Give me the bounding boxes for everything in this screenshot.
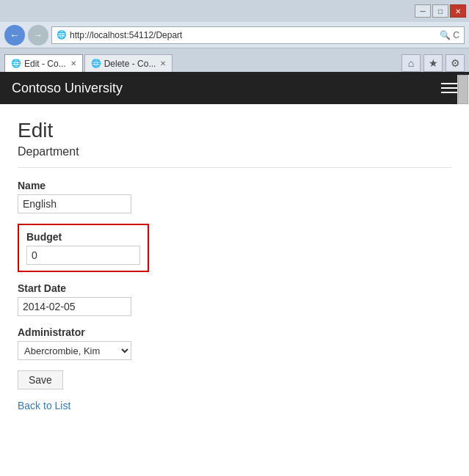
name-field-group: Name (18, 180, 451, 213)
tab-close-delete[interactable]: ✕ (160, 59, 166, 67)
url-bar[interactable]: 🌐 http://localhost:54112/Depart 🔍 C (51, 26, 465, 44)
administrator-field-group: Administrator Abercrombie, Kim (18, 326, 451, 360)
name-input[interactable] (18, 194, 131, 213)
settings-button[interactable]: ⚙ (446, 54, 465, 72)
hamburger-menu[interactable] (441, 83, 457, 93)
tab-close-edit[interactable]: ✕ (70, 59, 76, 67)
scrollbar-thumb[interactable] (458, 75, 468, 104)
close-button[interactable]: ✕ (450, 4, 466, 18)
tab-label-delete: Delete - Co... (104, 59, 156, 69)
tab-icon-delete: 🌐 (91, 59, 101, 68)
forward-nav-button[interactable]: → (28, 25, 48, 45)
tab-edit[interactable]: 🌐 Edit - Co... ✕ (4, 54, 83, 72)
startdate-label: Start Date (18, 282, 451, 294)
tab-delete[interactable]: 🌐 Delete - Co... ✕ (84, 54, 173, 72)
administrator-select[interactable]: Abercrombie, Kim (18, 341, 131, 360)
address-bar: ← → 🌐 http://localhost:54112/Depart 🔍 C (0, 22, 469, 48)
favorites-button[interactable]: ★ (423, 54, 443, 72)
back-nav-button[interactable]: ← (4, 25, 25, 45)
hamburger-line-3 (441, 92, 457, 93)
budget-label: Budget (26, 231, 140, 243)
page-title: Edit (18, 119, 451, 142)
name-label: Name (18, 180, 451, 191)
startdate-input[interactable] (18, 297, 131, 316)
title-bar: ─ □ ✕ (0, 0, 469, 22)
startdate-field-group: Start Date (18, 282, 451, 316)
tab-label-edit: Edit - Co... (24, 59, 66, 69)
window-controls: ─ □ ✕ (415, 4, 466, 18)
maximize-button[interactable]: □ (432, 4, 448, 18)
tabs-bar: 🌐 Edit - Co... ✕ 🌐 Delete - Co... ✕ ⌂ ★ … (0, 48, 469, 72)
save-button[interactable]: Save (18, 370, 63, 389)
back-to-list-link[interactable]: Back to List (18, 400, 451, 411)
url-search-icon: 🔍 C (440, 30, 459, 40)
budget-input[interactable] (26, 246, 140, 265)
budget-field-group: Budget (18, 224, 149, 272)
app-navbar: Contoso University (0, 72, 469, 104)
home-button[interactable]: ⌂ (401, 54, 421, 72)
page-icon: 🌐 (57, 30, 67, 40)
page-subtitle: Department (18, 145, 451, 168)
browser-action-buttons: ⌂ ★ ⚙ (401, 54, 465, 72)
page-content: Edit Department Name Budget Start Date A… (0, 104, 469, 476)
url-text: http://localhost:54112/Depart (70, 30, 437, 40)
app-title: Contoso University (12, 81, 441, 96)
administrator-label: Administrator (18, 326, 451, 338)
hamburger-line-2 (441, 87, 457, 89)
tab-icon-edit: 🌐 (11, 59, 21, 68)
minimize-button[interactable]: ─ (415, 4, 431, 18)
hamburger-line-1 (441, 83, 457, 84)
